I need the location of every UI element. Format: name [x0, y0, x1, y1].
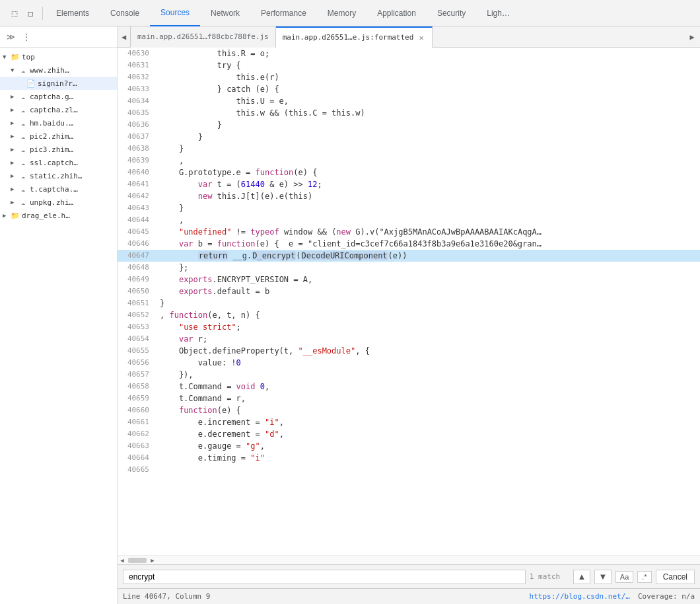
tree-label-4: captcha.zl…: [30, 106, 78, 114]
tree-item-11[interactable]: ▶☁unpkg.zhi…: [0, 196, 117, 209]
editor-tab-prev[interactable]: ◀: [118, 26, 131, 47]
editor-tab-1[interactable]: main.app.d26551…e.js:formatted ✕: [276, 26, 433, 48]
tree-label-9: static.zhih…: [30, 172, 82, 180]
tree-icon-7: ☁: [18, 145, 28, 154]
find-count: 1 match: [530, 572, 569, 581]
cloud-icon: ☁: [21, 186, 25, 193]
line-code: }: [155, 119, 222, 131]
line-number: 40640: [118, 167, 155, 178]
line-code: var t = (61440 & e) >> 12;: [155, 178, 322, 190]
tree-item-2[interactable]: 📄signin?r…: [0, 77, 117, 90]
tab-console[interactable]: Console: [100, 0, 150, 26]
line-number: 40636: [118, 119, 155, 131]
line-code: new this.J[t](e).e(this): [155, 190, 312, 202]
line-code: [155, 464, 160, 476]
inspect-icon[interactable]: ◻: [24, 7, 37, 20]
editor-tab-0[interactable]: main.app.d26551…f88cbc788fe.js: [131, 26, 276, 48]
editor-tab-next[interactable]: ▶: [684, 32, 700, 42]
code-editor: 40630 this.R = o;40631 try {40632 this.e…: [118, 48, 700, 555]
toolbar-icons: ⬚ ◻: [3, 7, 43, 20]
find-match-case-btn[interactable]: Aa: [615, 571, 633, 583]
tab-lighthouse[interactable]: Ligh…: [476, 0, 520, 26]
tree-icon-6: ☁: [18, 132, 28, 141]
tree-arrow-0: ▼: [3, 54, 11, 60]
find-prev-btn[interactable]: ▲: [573, 570, 590, 584]
line-code: try {: [155, 59, 241, 71]
tree-item-1[interactable]: ▼☁www.zhih…: [0, 63, 117, 77]
tree-item-10[interactable]: ▶☁t.captcha.…: [0, 182, 117, 196]
tab-memory[interactable]: Memory: [317, 0, 367, 26]
code-line: 40647 return __g.D_encrypt(DecodeURIComp…: [118, 250, 700, 262]
tab-network[interactable]: Network: [200, 0, 250, 26]
cursor-icon[interactable]: ⬚: [8, 7, 21, 20]
code-line: 40637 }: [118, 131, 700, 143]
line-code: G.prototype.e = function(e) {: [155, 167, 317, 178]
code-line: 40646 var b = function(e) { e = "client_…: [118, 238, 700, 250]
tree-icon-0: 📁: [11, 52, 20, 61]
tree-item-12[interactable]: ▶📁drag_ele.h…: [0, 209, 117, 222]
sidebar-toggle-btn[interactable]: ≫: [4, 30, 17, 44]
tree-label-10: t.captcha.…: [30, 185, 78, 194]
line-code: value: !0: [155, 357, 241, 369]
line-number: 40632: [118, 71, 155, 83]
folder-icon: 📁: [11, 53, 20, 61]
line-code: }: [155, 297, 164, 309]
line-number: 40639: [118, 155, 155, 167]
line-code: e.gauge = "g",: [155, 440, 265, 452]
find-bar: 1 match ▲ ▼ Aa .* Cancel: [118, 564, 700, 588]
tree-arrow-1: ▼: [11, 67, 18, 73]
tree-item-7[interactable]: ▶☁pic3.zhim…: [0, 143, 117, 156]
line-code: }: [155, 131, 203, 143]
cloud-icon: ☁: [21, 172, 25, 180]
line-number: 40634: [118, 95, 155, 107]
tree-item-8[interactable]: ▶☁ssl.captch…: [0, 156, 117, 169]
scroll-right-btn[interactable]: ▶: [148, 556, 157, 565]
line-number: 40635: [118, 107, 155, 119]
tree-arrow-11: ▶: [11, 199, 18, 206]
find-next-btn[interactable]: ▼: [594, 570, 612, 584]
horizontal-scrollbar[interactable]: ◀ ▶: [118, 555, 700, 564]
tab-application[interactable]: Application: [367, 0, 427, 26]
code-line: 40645 "undefined" != typeof window && (n…: [118, 226, 700, 238]
line-code: }: [155, 143, 184, 155]
scroll-thumb[interactable]: [128, 558, 147, 563]
tab-sources[interactable]: Sources: [150, 0, 200, 26]
tree-item-0[interactable]: ▼📁top: [0, 50, 117, 63]
line-number: 40659: [118, 393, 155, 404]
file-icon: 📄: [26, 79, 36, 88]
tree-label-8: ssl.captch…: [30, 159, 78, 167]
page-url: https://blog.csdn.net/…: [530, 592, 630, 601]
code-content[interactable]: 40630 this.R = o;40631 try {40632 this.e…: [118, 48, 700, 555]
code-line: 40638 }: [118, 143, 700, 155]
tab-security[interactable]: Security: [427, 0, 476, 26]
code-line: 40660 function(e) {: [118, 404, 700, 416]
tab-performance[interactable]: Performance: [250, 0, 317, 26]
code-line: 40636 }: [118, 119, 700, 131]
line-code: this.R = o;: [155, 48, 269, 59]
find-regex-btn[interactable]: .*: [637, 571, 651, 583]
line-number: 40651: [118, 297, 155, 309]
tree-item-3[interactable]: ▶☁captcha.g…: [0, 90, 117, 103]
editor-tab-0-label: main.app.d26551…f88cbc788fe.js: [137, 32, 269, 41]
code-line: 40633 } catch (e) {: [118, 83, 700, 95]
scroll-left-btn[interactable]: ◀: [118, 556, 127, 565]
line-number: 40637: [118, 131, 155, 143]
sidebar-more-btn[interactable]: ⋮: [20, 30, 33, 44]
tree-icon-4: ☁: [18, 105, 28, 114]
tree-item-6[interactable]: ▶☁pic2.zhim…: [0, 130, 117, 143]
tree-arrow-6: ▶: [11, 133, 18, 139]
tree-arrow-3: ▶: [11, 93, 18, 100]
code-line: 40655 Object.defineProperty(t, "__esModu…: [118, 345, 700, 357]
find-input[interactable]: [123, 570, 526, 584]
editor-tab-1-close[interactable]: ✕: [417, 33, 425, 42]
tree-item-5[interactable]: ▶☁hm.baidu.…: [0, 116, 117, 130]
tree-arrow-12: ▶: [3, 212, 11, 219]
code-line: 40630 this.R = o;: [118, 48, 700, 59]
tab-elements[interactable]: Elements: [46, 0, 100, 26]
line-number: 40663: [118, 440, 155, 452]
find-cancel-btn[interactable]: Cancel: [656, 570, 695, 584]
code-line: 40653 "use strict";: [118, 321, 700, 333]
line-code: this.U = e,: [155, 95, 289, 107]
tree-item-9[interactable]: ▶☁static.zhih…: [0, 169, 117, 182]
tree-item-4[interactable]: ▶☁captcha.zl…: [0, 103, 117, 116]
